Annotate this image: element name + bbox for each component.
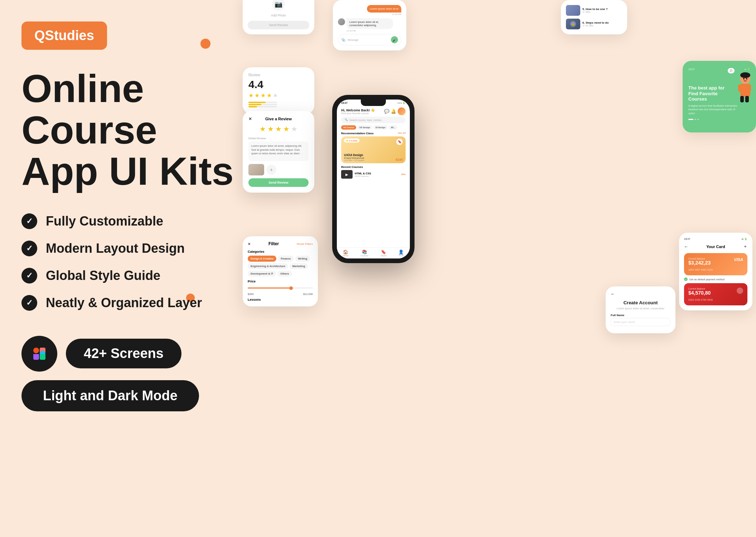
filter-close-icon[interactable]: ✕ — [248, 242, 251, 246]
add-photo-screen: 📷 Add Photo Send Review — [243, 0, 314, 34]
price-slider[interactable] — [248, 285, 313, 291]
tab-ux-design[interactable]: UX Design — [357, 125, 372, 130]
categories-label: Categories — [248, 250, 313, 253]
see-all-link[interactable]: See All — [398, 132, 406, 135]
header-icons: 💬 🔔 — [384, 107, 406, 115]
feature-item-1: ✓ Fully Customizable — [21, 213, 243, 229]
category-engineering[interactable]: Engineering & Architecture — [248, 263, 288, 269]
message-placeholder[interactable]: Message — [348, 38, 389, 42]
svg-rect-5 — [40, 354, 45, 360]
category-others[interactable]: Others — [277, 271, 292, 277]
attachment-icon[interactable]: 📎 — [341, 38, 345, 42]
received-msg-1: Lorem ipsum dolor sit et 11:40 PM — [338, 5, 401, 15]
carousel-indicators — [688, 119, 750, 120]
nav-courses[interactable]: 📚 Courses — [360, 250, 368, 257]
lock-icon: 🔒 — [571, 23, 575, 26]
nav-home[interactable]: 🏠 Home — [343, 250, 349, 257]
add-photo-button[interactable]: + — [266, 165, 276, 175]
svg-rect-3 — [33, 354, 39, 357]
svg-rect-10 — [740, 96, 744, 102]
course-tabs: All Course UX Design UI Design 3D... — [337, 125, 410, 130]
svg-rect-0 — [33, 348, 39, 353]
chat-screen: Lorem ipsum dolor sit et 11:40 PM Lorem … — [333, 0, 406, 50]
course-title: UX/UI Design — [344, 153, 364, 157]
search-icon: 🔍 — [345, 118, 348, 121]
bottom-nav: 🏠 Home 📚 Courses 🔖 Saved 👤 Profil — [337, 247, 410, 258]
category-marketing[interactable]: Marketing — [290, 263, 308, 269]
review-stars: ★ ★ ★ ★ ★ — [248, 125, 309, 133]
recommendation-title: Recommendation Class — [341, 132, 374, 135]
svg-rect-11 — [745, 96, 749, 102]
course-save-icon[interactable]: 🔖 — [396, 139, 403, 145]
chat-avatar — [338, 18, 345, 25]
close-icon[interactable]: ✕ — [248, 116, 252, 121]
lessons-label: Lessons — [248, 298, 313, 301]
avatar[interactable] — [398, 107, 406, 115]
price-max: $12,000 — [303, 292, 313, 296]
card-screen: 19:27 ▪▪ 🔋 ← Your Card ＋ Current Balance… — [679, 233, 752, 310]
price-min: $260 — [248, 292, 254, 296]
received-msg-2: Lorem ipsum dolor sit et, consectetur ad… — [338, 18, 401, 32]
green-status-bar: 19:27 ▪▪ 🔋 — [688, 68, 750, 71]
lesson-6-thumb: 🔒 — [566, 19, 580, 29]
create-back-icon[interactable]: ← — [611, 291, 615, 296]
left-panel: QStudies Online Course App UI Kits ✓ Ful… — [21, 21, 243, 411]
camera-icon: 📷 — [272, 0, 285, 11]
greeting-text: Hi, Welcome Back! 👋 — [341, 108, 375, 112]
check-icon-2: ✓ — [21, 241, 37, 256]
category-finance[interactable]: Finance — [278, 256, 294, 262]
lesson-5-info: 5. How to be one ? ⏱ 50m — [582, 8, 608, 13]
msg-bubble-1: Lorem ipsum dolor sit et — [367, 5, 401, 13]
send-audio-button[interactable]: 🎤 — [391, 36, 398, 43]
right-area: Review 4.4 ★ ★ ★ ★ ★ — [229, 0, 756, 537]
course-card[interactable]: ⭐ 4.4 (332) 🔖 UX/UI Design Khaled Mohamm… — [341, 136, 406, 163]
default-payment-row: ✓ Use as default payment method — [684, 277, 747, 281]
review-text: Lorem ipsum dolor sit amet, adipiscing e… — [248, 141, 309, 161]
nav-profile[interactable]: 👤 Profil — [398, 250, 404, 257]
send-review-button[interactable]: Send Review — [248, 178, 309, 187]
lesson-item-5: 5. How to be one ? ⏱ 50m — [566, 5, 622, 16]
phone-header: Hi, Welcome Back! 👋 Find your favorite c… — [337, 105, 410, 117]
category-writing[interactable]: Writing — [295, 256, 310, 262]
bell-icon[interactable]: 🔔 — [391, 109, 396, 114]
filter-screen: ✕ Filter Reset Filters Categories Design… — [243, 236, 318, 306]
nav-saved[interactable]: 🔖 Saved — [381, 250, 387, 257]
recent-course-title: HTML & CSS — [355, 172, 399, 175]
recommendation-header: Recommendation Class See All — [337, 132, 410, 135]
clock-icon: ⏱ — [582, 11, 585, 13]
main-title: Online Course App UI Kits — [21, 68, 243, 192]
tab-3d[interactable]: 3D... — [389, 125, 398, 130]
category-development[interactable]: Development & IT — [248, 271, 276, 277]
fullname-input[interactable]: Enter your name — [611, 318, 670, 326]
feature-item-3: ✓ Global Style Guide — [21, 268, 243, 284]
main-phone: 19:27 ▪ ▪ ▪ 🔋 Hi, Welcome Back! 👋 Find y… — [332, 95, 415, 263]
check-icon-3: ✓ — [21, 268, 37, 284]
recent-header: Recent Courses — [337, 165, 410, 169]
svg-point-14 — [746, 78, 747, 79]
card-add-icon[interactable]: ＋ — [743, 243, 747, 250]
course-meta: 11h 15m • 12 Lesson — [344, 159, 364, 161]
dark-mode-badge: Light and Dark Mode — [21, 380, 243, 411]
recent-item-html-css: ▶ HTML & CSS 16/20 Lessons 60% — [337, 170, 410, 179]
features-list: ✓ Fully Customizable ✓ Modern Layout Des… — [21, 213, 243, 311]
tab-ui-design[interactable]: UI Design — [373, 125, 388, 130]
msg-bubble-2: Lorem ipsum dolor sit et, consectetur ad… — [346, 18, 393, 29]
card-back-icon[interactable]: ← — [684, 244, 688, 249]
tab-all-course[interactable]: All Course — [341, 125, 356, 130]
message-icon[interactable]: 💬 — [384, 109, 389, 114]
balance-label-1: Current Balance — [688, 257, 711, 260]
character-illustration — [727, 72, 752, 105]
screens-badge: 42+ Screens — [66, 339, 181, 368]
reset-filters-link[interactable]: Reset Filters — [297, 242, 313, 246]
default-payment-label: Use as default payment method — [689, 278, 724, 281]
detail-review-label: Detail Review — [248, 137, 309, 140]
mic-icon: 🎤 — [392, 38, 397, 42]
category-tags-container: Design & Creative Finance Writing Engine… — [248, 256, 313, 277]
create-account-screen: ← Create Account Lorem ipsum dolor sit a… — [606, 286, 675, 333]
svg-point-13 — [743, 78, 745, 79]
category-design[interactable]: Design & Creative — [248, 256, 276, 262]
figma-badge — [21, 336, 57, 372]
search-bar[interactable]: 🔍 Search course, topic, mentor... — [341, 117, 406, 123]
notch — [361, 100, 386, 106]
lesson-item-6: 🔒 6. Steps need to do ⏱ 2h 30m — [566, 19, 622, 29]
